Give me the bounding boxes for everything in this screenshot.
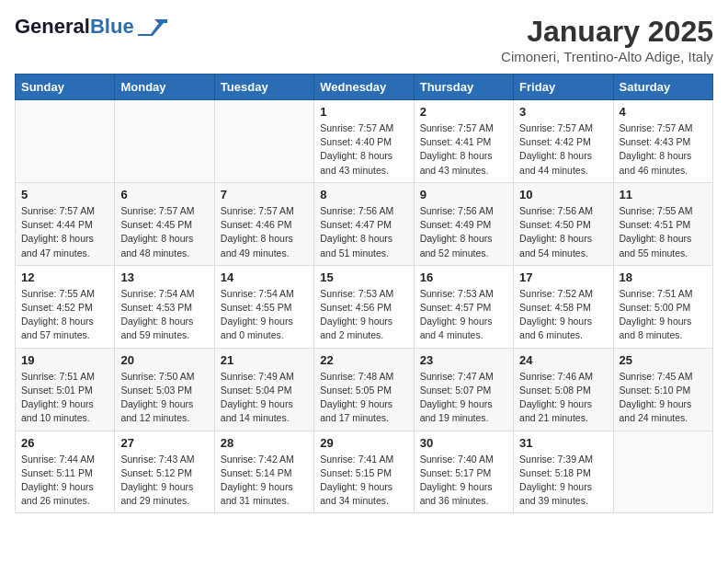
day-number: 25 bbox=[620, 353, 707, 367]
day-number: 15 bbox=[320, 270, 407, 284]
day-info: Sunrise: 7:55 AM Sunset: 4:51 PM Dayligh… bbox=[620, 204, 707, 260]
day-info: Sunrise: 7:47 AM Sunset: 5:07 PM Dayligh… bbox=[420, 370, 507, 426]
day-cell: 9Sunrise: 7:56 AM Sunset: 4:49 PM Daylig… bbox=[414, 182, 513, 265]
day-cell: 2Sunrise: 7:57 AM Sunset: 4:41 PM Daylig… bbox=[414, 100, 513, 183]
day-info: Sunrise: 7:56 AM Sunset: 4:50 PM Dayligh… bbox=[519, 204, 607, 260]
day-cell: 5Sunrise: 7:57 AM Sunset: 4:44 PM Daylig… bbox=[16, 182, 115, 265]
day-number: 7 bbox=[221, 188, 308, 201]
day-info: Sunrise: 7:57 AM Sunset: 4:40 PM Dayligh… bbox=[320, 121, 407, 178]
day-cell: 19Sunrise: 7:51 AM Sunset: 5:01 PM Dayli… bbox=[16, 348, 115, 431]
week-row-3: 12Sunrise: 7:55 AM Sunset: 4:52 PM Dayli… bbox=[16, 265, 713, 348]
day-cell: 4Sunrise: 7:57 AM Sunset: 4:43 PM Daylig… bbox=[613, 100, 712, 183]
day-number: 20 bbox=[120, 353, 208, 367]
day-number: 22 bbox=[320, 353, 407, 367]
svg-marker-1 bbox=[154, 19, 167, 23]
weekday-header-friday: Friday bbox=[514, 75, 613, 100]
day-number: 30 bbox=[420, 436, 507, 450]
day-cell: 10Sunrise: 7:56 AM Sunset: 4:50 PM Dayli… bbox=[514, 182, 613, 265]
day-number: 23 bbox=[420, 353, 507, 367]
day-cell: 3Sunrise: 7:57 AM Sunset: 4:42 PM Daylig… bbox=[514, 100, 613, 183]
day-info: Sunrise: 7:53 AM Sunset: 4:57 PM Dayligh… bbox=[420, 287, 507, 343]
day-cell: 1Sunrise: 7:57 AM Sunset: 4:40 PM Daylig… bbox=[314, 100, 414, 183]
logo-icon bbox=[138, 17, 167, 36]
day-cell: 7Sunrise: 7:57 AM Sunset: 4:46 PM Daylig… bbox=[214, 182, 313, 265]
day-number: 11 bbox=[620, 188, 707, 201]
day-info: Sunrise: 7:51 AM Sunset: 5:00 PM Dayligh… bbox=[620, 287, 707, 343]
day-info: Sunrise: 7:54 AM Sunset: 4:55 PM Dayligh… bbox=[221, 287, 308, 343]
day-cell: 23Sunrise: 7:47 AM Sunset: 5:07 PM Dayli… bbox=[414, 348, 513, 431]
day-number: 26 bbox=[21, 436, 108, 450]
day-cell: 27Sunrise: 7:43 AM Sunset: 5:12 PM Dayli… bbox=[115, 431, 214, 513]
day-info: Sunrise: 7:41 AM Sunset: 5:15 PM Dayligh… bbox=[320, 453, 407, 509]
day-info: Sunrise: 7:52 AM Sunset: 4:58 PM Dayligh… bbox=[519, 287, 607, 343]
day-cell: 18Sunrise: 7:51 AM Sunset: 5:00 PM Dayli… bbox=[613, 265, 712, 348]
weekday-header-thursday: Thursday bbox=[414, 75, 513, 100]
day-number: 2 bbox=[420, 105, 507, 119]
day-info: Sunrise: 7:57 AM Sunset: 4:44 PM Dayligh… bbox=[21, 204, 108, 260]
day-cell: 20Sunrise: 7:50 AM Sunset: 5:03 PM Dayli… bbox=[115, 348, 214, 431]
day-cell: 26Sunrise: 7:44 AM Sunset: 5:11 PM Dayli… bbox=[16, 431, 115, 513]
page-header: GeneralBlue January 2025 Cimoneri, Trent… bbox=[15, 15, 713, 64]
day-info: Sunrise: 7:54 AM Sunset: 4:53 PM Dayligh… bbox=[120, 287, 208, 343]
day-info: Sunrise: 7:50 AM Sunset: 5:03 PM Dayligh… bbox=[120, 370, 208, 426]
day-info: Sunrise: 7:40 AM Sunset: 5:17 PM Dayligh… bbox=[420, 453, 507, 509]
day-cell: 13Sunrise: 7:54 AM Sunset: 4:53 PM Dayli… bbox=[115, 265, 214, 348]
day-info: Sunrise: 7:56 AM Sunset: 4:47 PM Dayligh… bbox=[320, 204, 407, 260]
day-number: 14 bbox=[221, 270, 308, 284]
day-cell: 22Sunrise: 7:48 AM Sunset: 5:05 PM Dayli… bbox=[314, 348, 414, 431]
day-cell bbox=[214, 100, 313, 183]
week-row-1: 1Sunrise: 7:57 AM Sunset: 4:40 PM Daylig… bbox=[16, 100, 713, 183]
day-number: 13 bbox=[120, 270, 208, 284]
day-number: 31 bbox=[519, 436, 607, 450]
week-row-4: 19Sunrise: 7:51 AM Sunset: 5:01 PM Dayli… bbox=[16, 348, 713, 431]
weekday-header-monday: Monday bbox=[115, 75, 214, 100]
day-cell: 21Sunrise: 7:49 AM Sunset: 5:04 PM Dayli… bbox=[214, 348, 313, 431]
day-info: Sunrise: 7:57 AM Sunset: 4:43 PM Dayligh… bbox=[620, 121, 707, 178]
day-cell bbox=[115, 100, 214, 183]
day-info: Sunrise: 7:39 AM Sunset: 5:18 PM Dayligh… bbox=[519, 453, 607, 509]
day-info: Sunrise: 7:53 AM Sunset: 4:56 PM Dayligh… bbox=[320, 287, 407, 343]
day-info: Sunrise: 7:55 AM Sunset: 4:52 PM Dayligh… bbox=[21, 287, 108, 343]
day-cell: 24Sunrise: 7:46 AM Sunset: 5:08 PM Dayli… bbox=[514, 348, 613, 431]
day-number: 3 bbox=[519, 105, 607, 119]
location-subtitle: Cimoneri, Trentino-Alto Adige, Italy bbox=[501, 49, 713, 64]
day-info: Sunrise: 7:45 AM Sunset: 5:10 PM Dayligh… bbox=[620, 370, 707, 426]
day-cell: 25Sunrise: 7:45 AM Sunset: 5:10 PM Dayli… bbox=[613, 348, 712, 431]
day-number: 16 bbox=[420, 270, 507, 284]
day-info: Sunrise: 7:44 AM Sunset: 5:11 PM Dayligh… bbox=[21, 453, 108, 509]
day-number: 5 bbox=[21, 188, 108, 201]
week-row-2: 5Sunrise: 7:57 AM Sunset: 4:44 PM Daylig… bbox=[16, 182, 713, 265]
month-title: January 2025 bbox=[501, 15, 713, 49]
day-number: 21 bbox=[221, 353, 308, 367]
day-info: Sunrise: 7:57 AM Sunset: 4:41 PM Dayligh… bbox=[420, 121, 507, 178]
logo-text: GeneralBlue bbox=[15, 15, 134, 39]
day-number: 29 bbox=[320, 436, 407, 450]
day-info: Sunrise: 7:46 AM Sunset: 5:08 PM Dayligh… bbox=[519, 370, 607, 426]
title-block: January 2025 Cimoneri, Trentino-Alto Adi… bbox=[501, 15, 713, 64]
day-number: 10 bbox=[519, 188, 607, 201]
day-info: Sunrise: 7:56 AM Sunset: 4:49 PM Dayligh… bbox=[420, 204, 507, 260]
day-number: 19 bbox=[21, 353, 108, 367]
day-number: 8 bbox=[320, 188, 407, 201]
day-number: 27 bbox=[120, 436, 208, 450]
day-cell: 6Sunrise: 7:57 AM Sunset: 4:45 PM Daylig… bbox=[115, 182, 214, 265]
day-info: Sunrise: 7:48 AM Sunset: 5:05 PM Dayligh… bbox=[320, 370, 407, 426]
day-number: 12 bbox=[21, 270, 108, 284]
day-number: 17 bbox=[519, 270, 607, 284]
day-cell: 17Sunrise: 7:52 AM Sunset: 4:58 PM Dayli… bbox=[514, 265, 613, 348]
day-info: Sunrise: 7:57 AM Sunset: 4:46 PM Dayligh… bbox=[221, 204, 308, 260]
day-cell: 12Sunrise: 7:55 AM Sunset: 4:52 PM Dayli… bbox=[16, 265, 115, 348]
day-info: Sunrise: 7:42 AM Sunset: 5:14 PM Dayligh… bbox=[221, 453, 308, 509]
day-number: 28 bbox=[221, 436, 308, 450]
day-cell bbox=[16, 100, 115, 183]
week-row-5: 26Sunrise: 7:44 AM Sunset: 5:11 PM Dayli… bbox=[16, 431, 713, 513]
day-number: 18 bbox=[620, 270, 707, 284]
day-cell bbox=[613, 431, 712, 513]
weekday-header-row: SundayMondayTuesdayWednesdayThursdayFrid… bbox=[16, 75, 713, 100]
weekday-header-sunday: Sunday bbox=[16, 75, 115, 100]
day-cell: 31Sunrise: 7:39 AM Sunset: 5:18 PM Dayli… bbox=[514, 431, 613, 513]
day-info: Sunrise: 7:49 AM Sunset: 5:04 PM Dayligh… bbox=[221, 370, 308, 426]
calendar-table: SundayMondayTuesdayWednesdayThursdayFrid… bbox=[15, 74, 713, 513]
logo: GeneralBlue bbox=[15, 15, 167, 39]
day-cell: 16Sunrise: 7:53 AM Sunset: 4:57 PM Dayli… bbox=[414, 265, 513, 348]
